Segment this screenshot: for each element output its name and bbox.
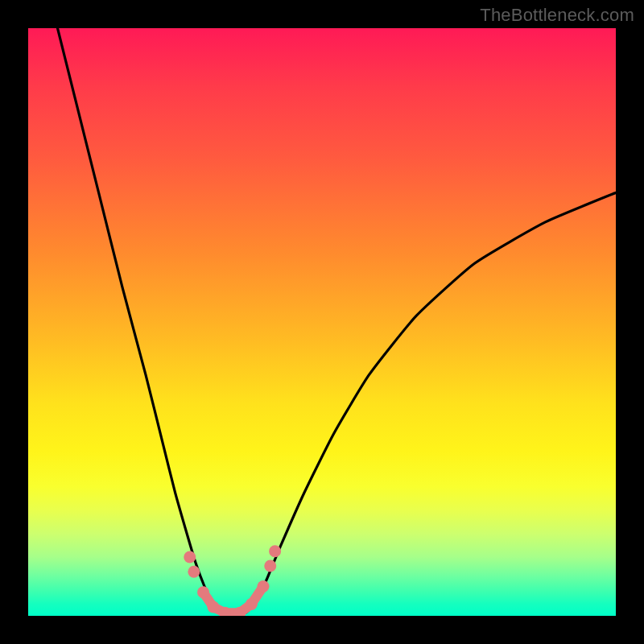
- right-curve: [246, 192, 616, 613]
- trough-marker-dot: [188, 566, 200, 578]
- trough-marker-dot: [258, 580, 270, 592]
- trough-marker-dot: [207, 601, 219, 613]
- trough-marker-dot: [184, 551, 196, 564]
- trough-marker-dot: [269, 545, 281, 557]
- chart-frame: TheBottleneck.com: [0, 0, 644, 644]
- left-curve: [58, 28, 222, 613]
- attribution-text: TheBottleneck.com: [480, 5, 634, 26]
- curve-layer: [28, 28, 616, 616]
- trough-marker-dot: [197, 586, 209, 598]
- plot-area: [28, 28, 616, 616]
- trough-marker-dot: [246, 598, 258, 610]
- trough-marker-dot: [264, 559, 276, 572]
